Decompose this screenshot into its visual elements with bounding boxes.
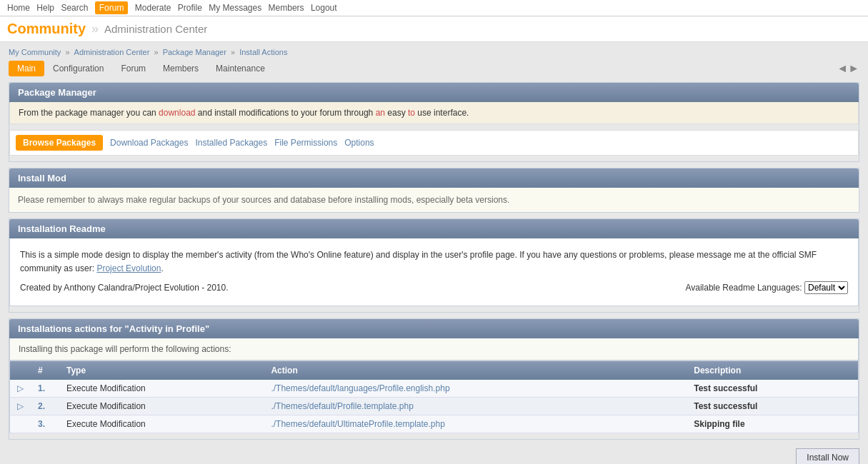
tab-forum[interactable]: Forum [112,61,154,76]
readme-project-evolution-link[interactable]: Project Evolution [96,263,161,273]
table-row: 3. Execute Modification ./Themes/default… [10,415,859,433]
nav-logout[interactable]: Logout [311,3,337,13]
install-mod-panel: Install Mod Please remember to always ma… [9,168,859,213]
breadcrumb-install-actions[interactable]: Install Actions [239,48,287,56]
info-link-an[interactable]: an [376,108,385,118]
row1-type: Execute Modification [59,380,264,398]
breadcrumb-sep1: » [65,48,71,56]
info-link-download[interactable]: download [159,108,195,118]
table-header-action: Action [264,360,687,380]
table-header-type: Type [59,360,264,380]
table-row: ▷ 1. Execute Modification ./Themes/defau… [10,380,859,398]
nav-forum[interactable]: Forum [95,1,129,14]
nav-help[interactable]: Help [36,3,54,13]
installations-actions-panel: Installations actions for "Activity in P… [9,318,859,440]
nav-members[interactable]: Members [269,3,304,13]
nav-home[interactable]: Home [7,3,30,13]
nav-profile[interactable]: Profile [178,3,202,13]
row1-action: ./Themes/default/languages/Profile.engli… [264,380,687,398]
options-link[interactable]: Options [344,138,374,148]
breadcrumb-sep3: » [231,48,237,56]
package-manager-info: From the package manager you can downloa… [9,102,859,124]
nav-arrows[interactable]: ◄► [837,62,859,74]
row2-type: Execute Modification [59,397,264,415]
row3-num: 3. [31,415,59,433]
row1-arrow[interactable]: ▷ [10,380,31,398]
breadcrumb: My Community » Administration Center » P… [9,48,859,56]
row3-type: Execute Modification [59,415,264,433]
readme-body: This is a simple mode design to display … [9,238,859,306]
row3-description: Skipping file [687,415,858,433]
row2-num: 2. [31,397,59,415]
readme-lang-select[interactable]: Default [804,281,848,294]
nav-messages[interactable]: My Messages [209,3,261,13]
row1-num: 1. [31,380,59,398]
installation-readme-title: Installation Readme [18,223,106,234]
installed-packages-link[interactable]: Installed Packages [195,138,267,148]
breadcrumb-sep2: » [154,48,160,56]
install-mod-warning: Please remember to always make regular b… [9,188,859,212]
readme-created-by: Created by Anthony Calandra/Project Evol… [20,281,229,295]
header-bar: Community » Administration Center [0,16,868,42]
install-mod-header: Install Mod [9,168,859,188]
nav-search[interactable]: Search [61,3,88,13]
install-mod-warning-text: Please remember to always make regular b… [18,195,509,205]
install-footer: Install Now [9,445,859,464]
tab-maintenance[interactable]: Maintenance [207,61,274,76]
row2-arrow[interactable]: ▷ [10,397,31,415]
breadcrumb-my-community[interactable]: My Community [9,48,61,56]
table-header-description: Description [687,360,858,380]
tab-main[interactable]: Main [9,61,44,76]
breadcrumb-admin-center[interactable]: Administration Center [74,48,150,56]
installation-readme-header: Installation Readme [9,219,859,238]
table-header-row: # Type Action Description [10,360,859,380]
info-text-after: use interface. [415,108,469,118]
installations-actions-title: Installations actions for "Activity in P… [18,323,209,334]
install-info: Installing this package will perform the… [9,338,859,360]
readme-footer: Created by Anthony Calandra/Project Evol… [20,276,848,295]
browse-packages-button[interactable]: Browse Packages [16,135,103,151]
readme-lang-label: Available Readme Languages: [685,283,802,293]
install-now-button[interactable]: Install Now [796,448,859,464]
tab-configuration[interactable]: Configuration [44,61,112,76]
main-content: My Community » Administration Center » P… [0,42,868,464]
community-label: Community [7,21,86,37]
nav-moderate[interactable]: Moderate [135,3,171,13]
installation-readme-panel: Installation Readme This is a simple mod… [9,218,859,313]
actions-table: # Type Action Description ▷ 1. Execute M… [9,360,859,433]
top-navigation: Home Help Search Forum Moderate Profile … [0,0,868,16]
row2-action: ./Themes/default/Profile.template.php [264,397,687,415]
table-row: ▷ 2. Execute Modification ./Themes/defau… [10,397,859,415]
info-text-before: From the package manager you can [19,108,159,118]
installations-actions-header: Installations actions for "Activity in P… [9,319,859,338]
info-text-mid1: and install modifications to your forum … [195,108,375,118]
tab-bar: Main Configuration Forum Members Mainten… [9,61,859,76]
row1-description: Test successful [687,380,858,398]
readme-lang-selector: Available Readme Languages: Default [685,281,848,295]
package-manager-buttons: Browse Packages Download Packages Instal… [9,130,859,156]
package-manager-header: Package Manager [9,83,859,102]
row3-arrow [10,415,31,433]
readme-text: This is a simple mode design to display … [20,248,848,276]
info-link-to[interactable]: to [408,108,415,118]
package-manager-panel: Package Manager From the package manager… [9,82,859,162]
tab-members[interactable]: Members [154,61,207,76]
package-manager-title: Package Manager [18,87,96,98]
table-header-num: # [31,360,59,380]
header-sep1: » [91,21,99,36]
admin-center-label: Administration Center [104,23,207,35]
row3-action: ./Themes/default/UltimateProfile.templat… [264,415,687,433]
breadcrumb-package-manager[interactable]: Package Manager [163,48,226,56]
file-permissions-link[interactable]: File Permissions [274,138,337,148]
install-mod-title: Install Mod [18,173,66,183]
install-info-text: Installing this package will perform the… [19,344,231,354]
table-header-expand [10,360,31,380]
download-packages-link[interactable]: Download Packages [110,138,188,148]
row2-description: Test successful [687,397,858,415]
info-text-mid2: easy [385,108,408,118]
